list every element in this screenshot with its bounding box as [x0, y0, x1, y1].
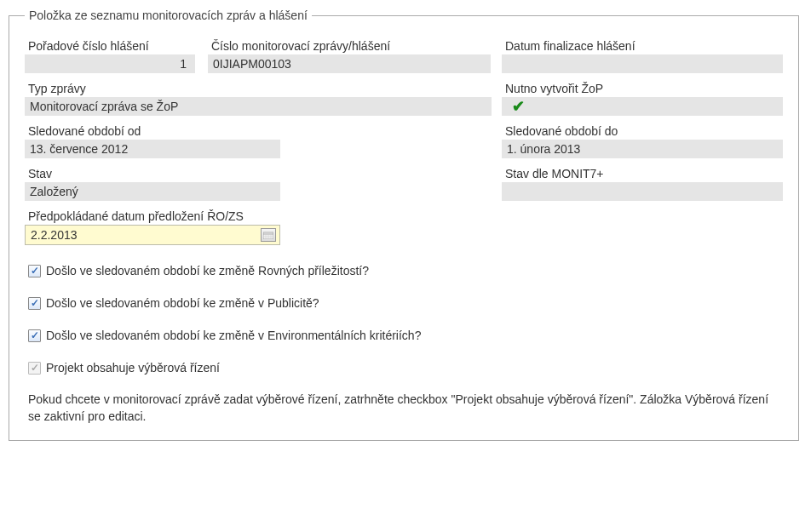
obdobi-do-field: 1. února 2013 [502, 140, 783, 158]
checkbox-3 [28, 362, 41, 375]
stav-monit-field [502, 182, 783, 201]
poradove-cislo-field: 1 [25, 54, 195, 73]
obdobi-od-field: 13. července 2012 [25, 140, 280, 158]
cislo-zpravy-label: Číslo monitorovací zprávy/hlášení [208, 39, 502, 53]
checkbox-row-3: Projekt obsahuje výběrová řízení [25, 361, 783, 375]
typ-zpravy-field: Monitorovací zpráva se ŽoP [25, 97, 492, 116]
typ-zpravy-label: Typ zprávy [25, 82, 502, 95]
stav-label: Stav [25, 167, 502, 180]
fieldset-legend: Položka ze seznamu monitorovacích zpráv … [25, 9, 312, 22]
checkbox-1[interactable] [28, 297, 41, 310]
datum-finalizace-field [502, 54, 783, 73]
checkbox-row-2: Došlo ve sledovaném období ke změně v En… [25, 329, 783, 342]
nutno-zop-field: ✔ [502, 97, 783, 116]
checkbox-label-3: Projekt obsahuje výběrová řízení [46, 361, 220, 375]
predpoklad-datum-input[interactable]: 2.2.2013 [25, 225, 280, 245]
footnote-text: Pokud chcete v monitorovací zprávě zadat… [25, 392, 783, 425]
checkbox-label-0: Došlo ve sledovaném období ke změně Rovn… [46, 264, 369, 277]
cislo-zpravy-field: 0IJIAPM00103 [208, 54, 491, 73]
checkbox-row-1: Došlo ve sledovaném období ke změně v Pu… [25, 296, 783, 310]
stav-field: Založený [25, 182, 280, 201]
checkbox-2[interactable] [28, 329, 41, 342]
check-icon: ✔ [507, 97, 525, 116]
checkbox-row-0: Došlo ve sledovaném období ke změně Rovn… [25, 264, 783, 277]
predpoklad-datum-label: Předpokládané datum předložení ŘO/ZS [25, 209, 280, 223]
monitoring-report-fieldset: Položka ze seznamu monitorovacích zpráv … [9, 9, 799, 441]
checkbox-0[interactable] [28, 265, 41, 277]
calendar-icon[interactable] [261, 228, 276, 242]
predpoklad-datum-value: 2.2.2013 [31, 226, 78, 244]
poradove-cislo-label: Pořadové číslo hlášení [25, 39, 208, 53]
stav-monit-label: Stav dle MONIT7+ [502, 167, 783, 180]
obdobi-od-label: Sledované období od [25, 124, 502, 138]
nutno-zop-label: Nutno vytvořit ŽoP [502, 82, 783, 95]
obdobi-do-label: Sledované období do [502, 124, 783, 138]
datum-finalizace-label: Datum finalizace hlášení [502, 39, 783, 53]
checkbox-label-1: Došlo ve sledovaném období ke změně v Pu… [46, 296, 319, 310]
checkbox-label-2: Došlo ve sledovaném období ke změně v En… [46, 329, 421, 342]
